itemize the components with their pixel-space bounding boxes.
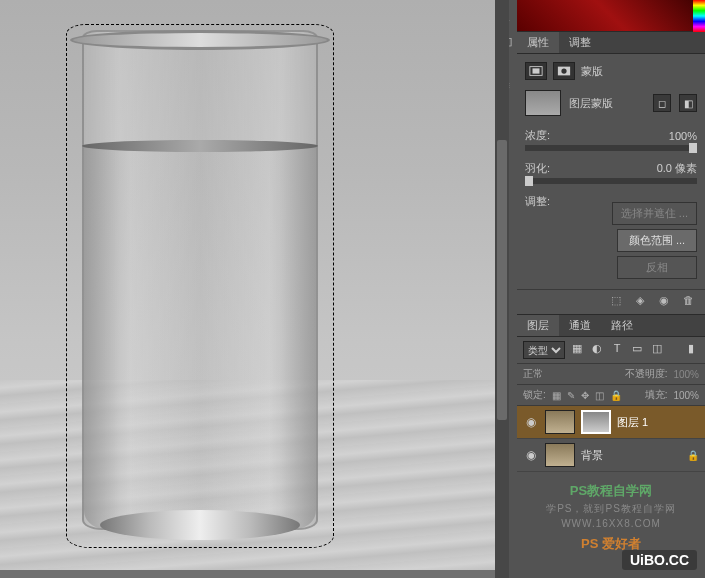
lock-pos-icon[interactable]: ✥ — [581, 390, 589, 401]
mask-btn-2[interactable]: ◧ — [679, 94, 697, 112]
fill-label: 填充: — [645, 388, 668, 402]
canvas-area[interactable] — [0, 0, 495, 578]
tab-adjustments[interactable]: 调整 — [559, 32, 601, 53]
mask-label: 图层蒙版 — [569, 96, 645, 111]
mask-title: 蒙版 — [581, 64, 603, 79]
layer-name-1[interactable]: 图层 1 — [617, 415, 648, 430]
filter-type-icon[interactable]: T — [609, 342, 625, 358]
mask-thumbnail[interactable] — [525, 90, 561, 116]
refine-label: 调整: — [525, 194, 550, 209]
filter-shape-icon[interactable]: ▭ — [629, 342, 645, 358]
density-slider[interactable] — [525, 145, 697, 151]
layer-thumb-1[interactable] — [545, 410, 575, 434]
canvas-image — [0, 0, 495, 570]
opacity-value[interactable]: 100% — [673, 369, 699, 380]
watermark-title: PS教程自学网 — [523, 482, 699, 500]
density-label: 浓度: — [525, 128, 550, 143]
feather-label: 羽化: — [525, 161, 550, 176]
feather-value[interactable]: 0.0 像素 — [657, 161, 697, 176]
lock-icon: 🔒 — [687, 450, 699, 461]
tab-channels[interactable]: 通道 — [559, 315, 601, 336]
tab-properties[interactable]: 属性 — [517, 32, 559, 53]
properties-footer: ⬚ ◈ ◉ 🗑 — [517, 289, 705, 314]
layer-item-bg[interactable]: ◉ 背景 🔒 — [517, 439, 705, 472]
tab-paths[interactable]: 路径 — [601, 315, 643, 336]
vertical-scrollbar[interactable] — [495, 0, 509, 578]
lock-trans-icon[interactable]: ▦ — [552, 390, 561, 401]
watermark-url: WWW.16XX8.COM — [523, 518, 699, 529]
lock-artboard-icon[interactable]: ◫ — [595, 390, 604, 401]
load-selection-icon[interactable]: ⬚ — [607, 294, 625, 310]
feather-slider[interactable] — [525, 178, 697, 184]
opacity-label: 不透明度: — [625, 367, 668, 381]
footer-brand: UiBO.CC — [622, 550, 697, 570]
layer-item-1[interactable]: ◉ 图层 1 — [517, 406, 705, 439]
blend-mode-select[interactable]: 正常 — [523, 367, 543, 381]
properties-tabs: 属性 调整 — [517, 32, 705, 54]
visibility-icon[interactable]: ◉ — [523, 448, 539, 462]
hue-strip[interactable] — [693, 0, 705, 32]
pixel-mask-icon[interactable] — [525, 62, 547, 80]
filter-smart-icon[interactable]: ◫ — [649, 342, 665, 358]
scrollbar-thumb[interactable] — [497, 140, 507, 420]
lock-all-icon[interactable]: 🔒 — [610, 390, 622, 401]
watermark-sub: 学PS，就到PS教程自学网 — [523, 502, 699, 516]
visibility-icon[interactable]: ◉ — [523, 415, 539, 429]
svg-point-3 — [561, 68, 566, 73]
fill-value[interactable]: 100% — [673, 390, 699, 401]
mask-btn-1[interactable]: ◻ — [653, 94, 671, 112]
invert-button[interactable]: 反相 — [617, 256, 697, 279]
properties-panel: 蒙版 图层蒙版 ◻ ◧ 浓度: 100% 羽化: 0.0 像素 调整: — [517, 54, 705, 289]
layers-panel: 图层 通道 路径 类型 ▦ ◐ T ▭ ◫ ▮ 正常 不透明度: 100% — [517, 314, 705, 563]
vector-mask-icon[interactable] — [553, 62, 575, 80]
layer-filter-kind[interactable]: 类型 — [523, 341, 565, 359]
delete-mask-icon[interactable]: 🗑 — [679, 294, 697, 310]
color-range-button[interactable]: 颜色范围 ... — [617, 229, 697, 252]
marching-ants-selection — [66, 24, 334, 548]
lock-paint-icon[interactable]: ✎ — [567, 390, 575, 401]
svg-rect-1 — [533, 68, 540, 73]
filter-toggle-icon[interactable]: ▮ — [683, 342, 699, 358]
tab-layers[interactable]: 图层 — [517, 315, 559, 336]
filter-adjust-icon[interactable]: ◐ — [589, 342, 605, 358]
select-and-mask-button[interactable]: 选择并遮住 ... — [612, 202, 697, 225]
color-picker-panel[interactable] — [517, 0, 705, 32]
lock-label: 锁定: — [523, 388, 546, 402]
layer-mask-thumb-1[interactable] — [581, 410, 611, 434]
filter-pixel-icon[interactable]: ▦ — [569, 342, 585, 358]
right-panels: ▸ ◧ ¶ ≡ 属性 调整 蒙版 图层蒙版 — [495, 0, 705, 578]
disable-mask-icon[interactable]: ◉ — [655, 294, 673, 310]
apply-mask-icon[interactable]: ◈ — [631, 294, 649, 310]
density-value[interactable]: 100% — [669, 130, 697, 142]
layer-thumb-bg[interactable] — [545, 443, 575, 467]
layer-name-bg[interactable]: 背景 — [581, 448, 603, 463]
